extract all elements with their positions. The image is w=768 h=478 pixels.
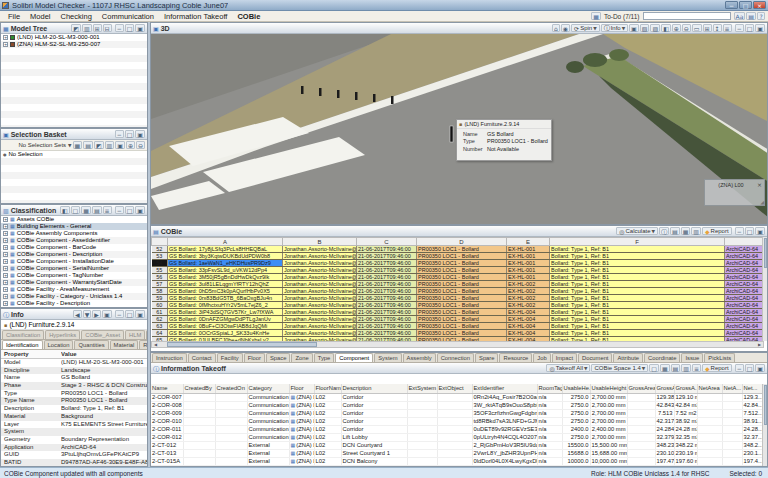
cobie-horizontal-scrollbar[interactable]: ◀ ▶ (151, 341, 764, 348)
scroll-left-icon[interactable]: ◀ (152, 342, 159, 347)
tab-quantities[interactable]: Quantities (74, 340, 108, 349)
cobie-cell[interactable]: 62 (152, 316, 168, 323)
maximize-button[interactable]: □ (739, 1, 752, 9)
cobie-cell[interactable]: EX-HL-001 (507, 274, 550, 281)
classification-item[interactable]: +▦COBie Component - TagNumber (1, 272, 147, 279)
cobie-column-header[interactable]: C (357, 238, 417, 246)
table-row[interactable]: 2-CT-012External▦(ZNA) L02L02DCN Courtya… (151, 441, 764, 449)
cobie-cell[interactable]: 21-06-2017T09:46:00 (357, 267, 417, 274)
table-row[interactable]: 2-COR-009Communication▦(ZNA) L02L02Corri… (151, 409, 764, 417)
pin-icon[interactable]: ▣ (102, 310, 112, 318)
zoom-fit-icon[interactable]: ⊞ (703, 24, 712, 32)
walk-icon[interactable]: ↕ (713, 24, 722, 32)
cobie-cell[interactable]: 64 (152, 330, 168, 337)
tab-classification[interactable]: Classification (2, 330, 44, 339)
tab-facility[interactable]: Facility (217, 353, 243, 362)
table-row[interactable]: 2-CT-015BExternal▦(ZNA) L02L02DCN Therap… (151, 465, 764, 466)
tab-spare[interactable]: Spare (475, 353, 498, 362)
cobie-cell[interactable]: 55 (152, 267, 168, 274)
cobie-cell[interactable]: ArchiCAD-64 (725, 246, 765, 253)
cobie-cell[interactable]: 56 (152, 274, 168, 281)
takeoff-column-header[interactable]: ExtIdentifier (472, 384, 537, 393)
list-item[interactable]: ●No Selection (1, 151, 147, 158)
table-row[interactable]: 62GS Bollard: 0DnAFZGMgwDdPTLgJanUvJonat… (152, 316, 765, 323)
cobie-cell[interactable]: PR00350 LOC1 - Bollard (417, 302, 507, 309)
panel-float-button[interactable]: ▣ (135, 206, 145, 214)
panel-minimize-button[interactable]: − (115, 130, 124, 138)
cobie-cell[interactable]: GS Bollard: 0fMhctxuHYr2V5mL7ejZ6_2 (168, 302, 283, 309)
cobie-cell[interactable]: PR00350 LOC1 - Bollard (417, 288, 507, 295)
cobie-cell[interactable]: 21-06-2017T09:46:00 (357, 309, 417, 316)
cobie-cell[interactable]: EX-HL-002 (507, 302, 550, 309)
table-row[interactable]: 2-COR-012Communication▦(ZNA) L02L02Lift … (151, 433, 764, 441)
tab-hlm[interactable]: HLM (125, 330, 145, 339)
cobie-cell[interactable]: Bollard: Type 1, Ref: B1 (550, 330, 725, 337)
takeoff-column-header[interactable]: UsableHeight (590, 384, 627, 393)
tab-material[interactable]: Material (110, 340, 139, 349)
settings-icon[interactable]: ≡ (103, 206, 112, 214)
cobie-cell[interactable]: PR00350 LOC1 - Bollard (417, 253, 507, 260)
info-mode-button[interactable]: ⓘInfo▼ (601, 24, 628, 32)
group-icon[interactable]: ▥ (681, 364, 691, 372)
pick-icon[interactable]: ◩ (94, 141, 104, 149)
expander-icon[interactable]: + (3, 287, 8, 292)
cobie-cell[interactable]: GS Bollard: 0DnAFZGMgwDdPTLgJanUv (168, 316, 283, 323)
cobie-cell[interactable]: ArchiCAD-64 (725, 260, 765, 267)
tab-location[interactable]: Location (44, 340, 74, 349)
cobie-cell[interactable]: ArchiCAD-64 (725, 302, 765, 309)
cobie-cell[interactable]: 61 (152, 309, 168, 316)
layout-icon[interactable]: ▤ (670, 227, 680, 235)
panel-minimize-button[interactable]: − (115, 310, 124, 318)
cobie-cell[interactable]: Jonathan.Assorto-McIlvaine@hlma... (283, 295, 357, 302)
tab-resource[interactable]: Resource (499, 353, 532, 362)
tab-assembly[interactable]: Assembly (403, 353, 436, 362)
table-row[interactable]: 64GS Bollard: 0OCrGSpiaLJ_SK33u4KnHeJona… (152, 330, 765, 337)
cobie-cell[interactable]: Bollard: Type 1, Ref: B1 (550, 246, 725, 253)
cobie-cell[interactable]: ArchiCAD-64 (725, 253, 765, 260)
tab-picklists[interactable]: PickLists (704, 353, 735, 362)
table-row[interactable]: 61GS Bollard: 3iP43dSQ7GV57Kr_Lw7fXWAJon… (152, 309, 765, 316)
classification-item[interactable]: +▦COBie Component - AssetIdentifier (1, 237, 147, 244)
cobie-cell[interactable]: 21-06-2017T09:46:00 (357, 288, 417, 295)
cobie-vertical-scrollbar[interactable] (762, 237, 767, 341)
panel-minimize-button[interactable]: − (735, 227, 744, 235)
cobie-cell[interactable]: EX-HL-001 (507, 246, 550, 253)
panel-maximize-button[interactable]: □ (745, 24, 755, 32)
cobie-cell[interactable]: Jonathan.Assorto-McIlvaine@hlma... (283, 260, 357, 267)
cobie-cell[interactable]: ArchiCAD-64 (725, 274, 765, 281)
close-icon[interactable]: × (757, 182, 762, 188)
tab-hyperlinks[interactable]: Hyperlinks (45, 330, 80, 339)
takeoff-column-header[interactable]: NetA... (722, 384, 742, 393)
table-row[interactable]: 2-CT-015AExternal▦(ZNA) L02L02DCN Balcon… (151, 457, 764, 465)
takeoff-column-header[interactable]: FloorName (314, 384, 341, 393)
info-icon[interactable]: ⓘ (659, 227, 669, 235)
expand-all-icon[interactable]: ⊞ (93, 24, 102, 32)
zoom-window-icon[interactable]: ▭ (692, 24, 702, 32)
tab-identification[interactable]: Identification (2, 340, 43, 349)
expander-icon[interactable]: + (3, 273, 8, 278)
expander-icon[interactable]: + (3, 42, 8, 47)
panel-maximize-button[interactable]: □ (125, 24, 135, 32)
cobie-cell[interactable]: GS Bollard: 0rx83BdG5TB_6BaOxgBJu4n (168, 295, 283, 302)
basket-icon[interactable]: ▣ (115, 141, 125, 149)
cobie-cell[interactable]: Bollard: Type 1, Ref: B1 (550, 288, 725, 295)
3d-viewport[interactable]: ▪ (LND) Furniture.2.9.14 NameGS Bollard … (151, 34, 767, 224)
takeoff-column-header[interactable]: Description (341, 384, 407, 393)
tab-attribute[interactable]: Attribute (613, 353, 643, 362)
cobie-cell[interactable]: PR00350 LOC1 - Bollard (417, 316, 507, 323)
open-icon[interactable]: ▦ (681, 227, 691, 235)
cobie-cell[interactable]: PR00350 LOC1 - Bollard (417, 330, 507, 337)
cobie-cell[interactable]: 21-06-2017T09:46:00 (357, 281, 417, 288)
expander-icon[interactable]: + (3, 35, 8, 40)
cobie-cell[interactable]: Bollard: Type 1, Ref: B1 (550, 267, 725, 274)
table-row[interactable]: 52GS Bollard: 17y8jLSfq3PcLs8HHEQBaLJona… (152, 246, 765, 253)
expander-icon[interactable]: + (3, 266, 8, 271)
tab-system[interactable]: System (374, 353, 401, 362)
takeoff-column-header[interactable]: Floor (289, 384, 314, 393)
cobie-column-header[interactable]: A (168, 238, 283, 246)
classification-item[interactable]: +▦COBie Component - InstallationDate (1, 258, 147, 265)
takeoff-column-header[interactable]: ExtSystem (407, 384, 437, 393)
open-takeoff-icon[interactable]: ▦ (660, 364, 670, 372)
render-bw-icon[interactable]: ▨ (650, 24, 660, 32)
cobie-cell[interactable]: Bollard: Type 1, Ref: B1 (550, 316, 725, 323)
